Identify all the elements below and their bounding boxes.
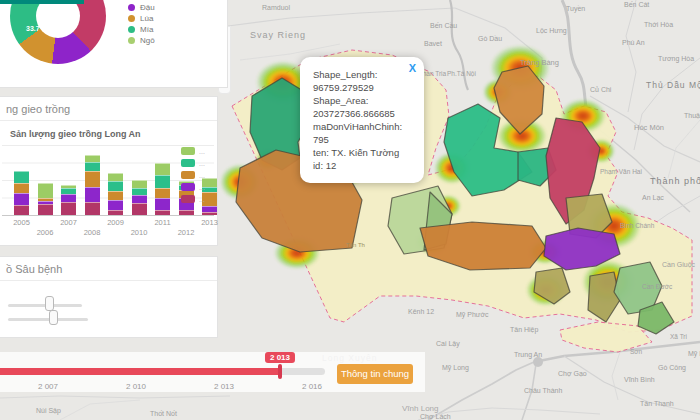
x-axis-tick: 2009 xyxy=(107,218,124,227)
bar-segment xyxy=(132,180,147,188)
map-label: Tân Thạnh xyxy=(640,400,674,407)
map-label: Bavet xyxy=(424,40,442,47)
map-label: Chợ Lách xyxy=(420,413,451,420)
bar-segment xyxy=(179,210,194,215)
timeline-progress xyxy=(0,368,280,375)
bar-segment xyxy=(14,205,29,215)
map-label: Bình Chánh xyxy=(620,222,654,229)
map-label: Cần Giuộc xyxy=(662,261,695,268)
map-label: Thốt Nốt xyxy=(150,410,177,417)
bar-legend: ............... xyxy=(181,145,205,205)
bar-segment xyxy=(38,198,53,201)
x-axis-tick: 2013 xyxy=(201,218,218,227)
bar-segment xyxy=(85,155,100,162)
map-label: Núi Sập xyxy=(36,407,61,414)
legend-label: ... xyxy=(199,184,205,191)
legend-item[interactable]: ... xyxy=(181,169,205,181)
bar-segment xyxy=(38,183,53,198)
map-label: Cần Đước xyxy=(642,283,672,290)
bar-segment xyxy=(14,193,29,205)
pest-slider-2[interactable] xyxy=(8,311,88,327)
map-label: Châu Thành xyxy=(524,387,562,394)
legend-item[interactable]: ... xyxy=(181,193,205,205)
slider-handle[interactable] xyxy=(45,296,54,311)
x-axis-tick: 2010 xyxy=(131,228,148,237)
popup-close-icon[interactable]: X xyxy=(409,62,416,74)
legend-dot-icon xyxy=(128,37,135,44)
bar-segment xyxy=(155,198,170,210)
map-label: Chợ Gạo xyxy=(558,370,587,377)
legend-item[interactable]: ... xyxy=(181,181,205,193)
bar-segment xyxy=(61,202,76,215)
legend-swatch-icon xyxy=(181,183,195,191)
map-label: Mỹ Phước xyxy=(456,311,489,318)
legend-label: Mía xyxy=(140,25,153,34)
map-label: Vĩnh Bình xyxy=(624,376,655,383)
popup-field: ten: TX. Kiến Tường xyxy=(313,146,414,159)
crop-panel-header: ng gieo trồng xyxy=(0,97,217,121)
timeline-tick: 2 013 xyxy=(214,382,234,391)
donut-chart-panel: 77.2%33.7 ĐậuLúaMíaNgô xyxy=(0,0,228,88)
donut-legend: ĐậuLúaMíaNgô xyxy=(128,2,155,46)
bar-segment xyxy=(108,210,123,215)
bar-chart: 200520062007200820092010201120122013 ...… xyxy=(0,145,218,243)
timeline-handle[interactable] xyxy=(278,364,282,379)
bar-segment xyxy=(202,212,217,215)
bar-segment xyxy=(38,204,53,215)
slider-track[interactable] xyxy=(8,318,88,321)
map-label: Cai Lậy xyxy=(436,340,460,347)
timeline-bar[interactable]: 2 013 2 0072 0102 0132 016 Thông tin chu… xyxy=(0,352,425,392)
timeline-tick: 2 010 xyxy=(126,382,146,391)
map-label: Gò Công xyxy=(658,364,686,371)
bar-segment xyxy=(38,201,53,204)
legend-item[interactable]: Lúa xyxy=(128,13,155,24)
timeline-track[interactable] xyxy=(280,368,325,375)
map-label: Gò Dầu xyxy=(478,35,502,42)
map-label: Mỹ Lo xyxy=(688,350,700,357)
bar-segment xyxy=(61,188,76,194)
legend-label: ... xyxy=(199,148,205,155)
slider-handle[interactable] xyxy=(49,310,58,325)
map-label: Củ Chi xyxy=(590,86,611,93)
timeline-tick: 2 007 xyxy=(38,382,58,391)
map-label: Thuận An xyxy=(684,112,700,119)
legend-item[interactable]: ... xyxy=(181,157,205,169)
legend-item[interactable]: Đậu xyxy=(128,2,155,13)
bar-segment xyxy=(132,203,147,215)
map-label: An Lạc xyxy=(642,194,664,201)
bar-segment xyxy=(108,173,123,181)
legend-dot-icon xyxy=(128,15,135,22)
legend-item[interactable]: ... xyxy=(181,145,205,157)
map-label: Hóc Môn xyxy=(634,123,664,132)
legend-label: Đậu xyxy=(140,3,155,12)
timeline-tick: 2 016 xyxy=(302,382,322,391)
legend-label: ... xyxy=(199,160,205,167)
bar-segment xyxy=(155,175,170,188)
legend-item[interactable]: Mía xyxy=(128,24,155,35)
bar-segment xyxy=(85,162,100,171)
map-label: Xã Tri xyxy=(670,333,687,340)
bar-segment xyxy=(61,185,76,188)
x-axis-tick: 2008 xyxy=(84,228,101,237)
pest-panel-header: ồ Sâu bệnh xyxy=(0,257,217,281)
popup-field: Shape_Length: 96759.279529 xyxy=(313,68,414,94)
map-label: Trung An xyxy=(514,351,542,358)
crop-production-panel: ng gieo trồng Sản lượng gieo trồng Long … xyxy=(0,96,218,246)
x-axis-tick: 2006 xyxy=(37,228,54,237)
map-label: Phú An xyxy=(622,39,645,46)
donut-value-label: 77.2% xyxy=(56,5,76,12)
bar-segment xyxy=(155,163,170,175)
top-chart-edge xyxy=(0,0,84,4)
legend-swatch-icon xyxy=(181,159,195,167)
x-axis-tick: 2005 xyxy=(13,218,30,227)
legend-label: Lúa xyxy=(140,14,153,23)
map-label: Phạm Văn Hai xyxy=(600,168,642,175)
popup-field: id: 12 xyxy=(313,159,414,172)
general-info-button[interactable]: Thông tin chung xyxy=(337,364,413,384)
legend-swatch-icon xyxy=(181,195,195,203)
popup-content: Shape_Length: 96759.279529Shape_Area: 20… xyxy=(313,68,414,172)
map-label: Trảng Bàng xyxy=(520,58,559,67)
legend-item[interactable]: Ngô xyxy=(128,35,155,46)
bar-segment xyxy=(202,206,217,212)
bar-segment xyxy=(85,187,100,202)
